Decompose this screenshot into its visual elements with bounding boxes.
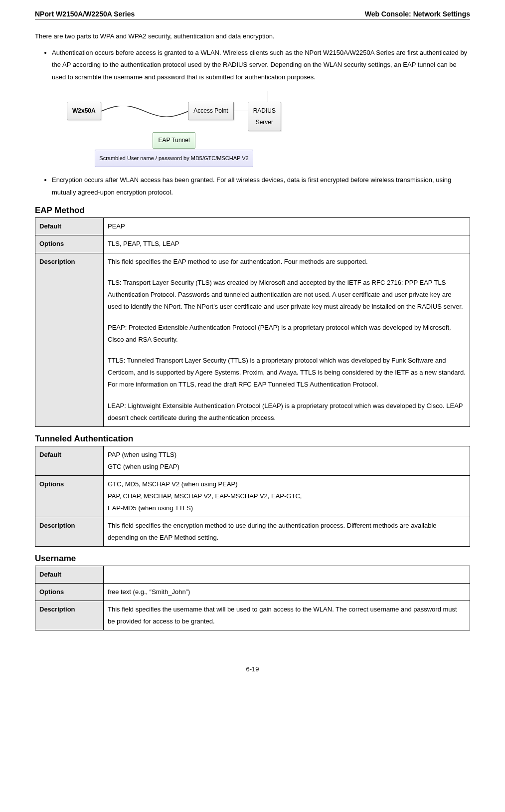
bullet-auth-text: Authentication occurs before access is g… bbox=[52, 49, 467, 81]
diagram-line-icon bbox=[234, 111, 248, 111]
username-heading: Username bbox=[35, 554, 470, 564]
radius-label-2: Server bbox=[256, 119, 273, 126]
label-description: Description bbox=[35, 601, 104, 630]
label-options: Options bbox=[35, 584, 104, 601]
table-row: Default bbox=[35, 566, 470, 584]
eap-desc-leap: LEAP: Lightweight Extensible Authenticat… bbox=[108, 400, 466, 424]
eap-desc-tls: TLS: Transport Layer Security (TLS) was … bbox=[108, 277, 466, 313]
bullet-list: Authentication occurs before access is g… bbox=[35, 47, 470, 199]
table-row: Options TLS, PEAP, TTLS, LEAP bbox=[35, 235, 470, 253]
table-row: Options free text (e.g., “Smith_John”) bbox=[35, 584, 470, 601]
eap-options: TLS, PEAP, TTLS, LEAP bbox=[104, 235, 470, 253]
label-default: Default bbox=[35, 446, 104, 475]
table-row: Description This field specifies the EAP… bbox=[35, 253, 470, 426]
tunneled-options-3: EAP-MD5 (when using TTLS) bbox=[108, 504, 193, 512]
diagram-eap-tunnel: EAP Tunnel bbox=[153, 132, 195, 149]
table-row: Default PEAP bbox=[35, 218, 470, 235]
label-options: Options bbox=[35, 475, 104, 517]
label-description: Description bbox=[35, 253, 104, 426]
tunneled-default: PAP (when using TTLS) GTC (when using PE… bbox=[104, 446, 470, 475]
tunneled-default-2: GTC (when using PEAP) bbox=[108, 463, 179, 470]
label-default: Default bbox=[35, 566, 104, 584]
label-default: Default bbox=[35, 218, 104, 235]
label-options: Options bbox=[35, 235, 104, 253]
header-right: Web Console: Network Settings bbox=[365, 10, 470, 18]
username-description: This field specifies the username that w… bbox=[104, 601, 470, 630]
tunneled-auth-table: Default PAP (when using TTLS) GTC (when … bbox=[35, 446, 470, 547]
bullet-encryption: Encryption occurs after WLAN access has … bbox=[52, 174, 470, 199]
wireless-wave-icon bbox=[101, 106, 188, 117]
tunneled-options-2: PAP, CHAP, MSCHAP, MSCHAP V2, EAP-MSCHAP… bbox=[108, 492, 302, 500]
label-description: Description bbox=[35, 517, 104, 547]
table-row: Default PAP (when using TTLS) GTC (when … bbox=[35, 446, 470, 475]
header-left: NPort W2150A/W2250A Series bbox=[35, 10, 135, 18]
tunneled-auth-heading: Tunneled Authentication bbox=[35, 434, 470, 444]
tunneled-options: GTC, MD5, MSCHAP V2 (when using PEAP) PA… bbox=[104, 475, 470, 517]
diagram-scramble-box: Scrambled User name / password by MD5/GT… bbox=[95, 150, 253, 167]
diagram-line-v-icon bbox=[268, 91, 268, 102]
eap-method-heading: EAP Method bbox=[35, 205, 470, 215]
eap-default: PEAP bbox=[104, 218, 470, 235]
page-footer: 6-19 bbox=[35, 665, 470, 673]
username-default bbox=[104, 566, 470, 584]
diagram-ap-box: Access Point bbox=[188, 102, 233, 120]
tunneled-options-1: GTC, MD5, MSCHAP V2 (when using PEAP) bbox=[108, 480, 238, 488]
tunneled-description: This field specifies the encryption meth… bbox=[104, 517, 470, 547]
page-header: NPort W2150A/W2250A Series Web Console: … bbox=[35, 10, 470, 19]
eap-description: This field specifies the EAP method to u… bbox=[104, 253, 470, 426]
eap-desc-ttls: TTLS: Tunneled Transport Layer Security … bbox=[108, 355, 466, 391]
username-table: Default Options free text (e.g., “Smith_… bbox=[35, 566, 470, 630]
username-options: free text (e.g., “Smith_John”) bbox=[104, 584, 470, 601]
eap-method-table: Default PEAP Options TLS, PEAP, TTLS, LE… bbox=[35, 217, 470, 426]
tunneled-default-1: PAP (when using TTLS) bbox=[108, 451, 176, 458]
diagram-radius-box: RADIUS Server bbox=[248, 102, 281, 132]
eap-desc-intro: This field specifies the EAP method to u… bbox=[108, 256, 466, 268]
table-row: Description This field specifies the use… bbox=[35, 601, 470, 630]
table-row: Description This field specifies the enc… bbox=[35, 517, 470, 547]
eap-desc-peap: PEAP: Protected Extensible Authenticatio… bbox=[108, 322, 466, 346]
bullet-authentication: Authentication occurs before access is g… bbox=[52, 47, 470, 167]
radius-label-1: RADIUS bbox=[253, 107, 276, 114]
table-row: Options GTC, MD5, MSCHAP V2 (when using … bbox=[35, 475, 470, 517]
intro-paragraph: There are two parts to WPA and WPA2 secu… bbox=[35, 30, 470, 43]
diagram-device-box: W2x50A bbox=[67, 102, 101, 120]
auth-diagram: W2x50A Access Point RADIUS Server bbox=[67, 91, 281, 167]
